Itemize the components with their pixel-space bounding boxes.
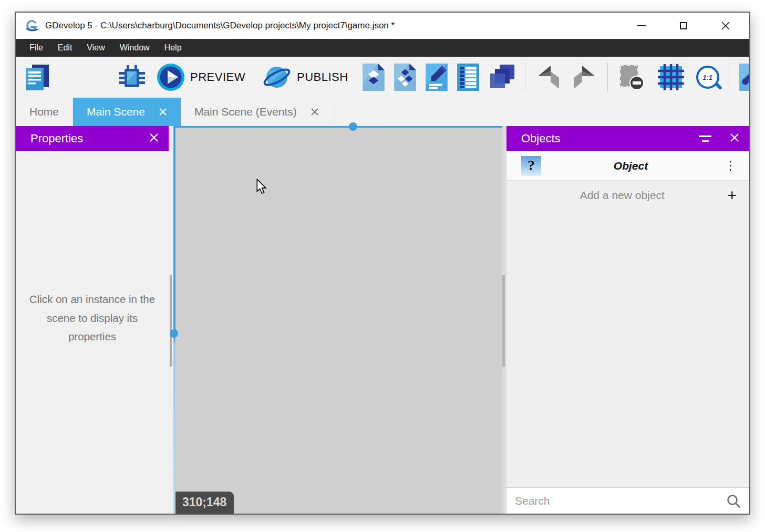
close-icon [159, 108, 167, 116]
menu-help[interactable]: Help [157, 39, 189, 57]
search-icon[interactable] [726, 494, 741, 508]
minimize-icon [637, 25, 646, 26]
toolbar-separator [607, 62, 608, 92]
properties-panel-body: Click on an instance in the scene to dis… [16, 151, 169, 514]
tab-label: Main Scene (Events) [194, 106, 297, 118]
maximize-button[interactable] [670, 15, 697, 36]
setup-wrench-icon [739, 64, 749, 91]
objects-search-bar [506, 487, 749, 514]
toggle-grid-button[interactable] [657, 64, 685, 91]
debugger-bug-icon [119, 64, 145, 90]
title-bar: GDevelop 5 - C:\Users\charburg\Documents… [16, 13, 749, 39]
open-events-button[interactable] [457, 64, 480, 91]
grid-icon [657, 64, 685, 91]
scrollbar-thumb[interactable] [502, 275, 505, 366]
maximize-icon [680, 22, 687, 29]
project-manager-icon [23, 63, 51, 91]
edit-scene-document-icon [425, 64, 448, 91]
toolbar-separator [729, 62, 729, 92]
editor-content: Properties Click on an instance in the s… [16, 126, 749, 514]
layers-stack-icon [488, 64, 515, 91]
objects-document-icon [394, 64, 417, 91]
layers-button[interactable] [488, 64, 515, 91]
add-object-label: Add a new object [521, 189, 723, 202]
properties-panel: Properties Click on an instance in the s… [16, 126, 169, 514]
close-tab-button[interactable] [159, 108, 167, 116]
close-icon [729, 132, 740, 143]
tab-home[interactable]: Home [16, 98, 73, 126]
scene-canvas[interactable]: 310;148 [173, 126, 502, 514]
zoom-ratio-label: 1:1 [702, 74, 712, 81]
preview-button[interactable] [157, 63, 185, 91]
window-title: GDevelop 5 - C:\Users\charburg\Documents… [45, 20, 395, 31]
menu-edit[interactable]: Edit [50, 39, 80, 57]
close-icon [721, 21, 730, 30]
close-objects-button[interactable] [729, 132, 740, 145]
object-menu-button[interactable]: ⋮ [720, 159, 741, 173]
properties-scrollbar[interactable] [169, 126, 173, 514]
preview-label[interactable]: PREVIEW [190, 70, 245, 84]
tab-main-scene-events[interactable]: Main Scene (Events) [181, 98, 333, 126]
redo-button[interactable] [571, 64, 598, 91]
gdevelop-logo-icon [24, 19, 40, 33]
objects-panel: Objects ? Object ⋮ Add a new object + [506, 126, 749, 514]
resize-handle-top[interactable] [349, 122, 357, 131]
filter-icon[interactable] [699, 135, 711, 142]
zoom-reset-button[interactable]: 1:1 [696, 66, 719, 89]
menu-window[interactable]: Window [112, 39, 157, 57]
panel-resize-border[interactable] [173, 128, 175, 514]
search-input[interactable] [515, 495, 726, 507]
menu-file[interactable]: File [22, 39, 50, 57]
gdevelop-window: GDevelop 5 - C:\Users\charburg\Documents… [15, 12, 750, 515]
project-manager-button[interactable] [23, 63, 51, 91]
objects-empty-area [506, 210, 749, 487]
menu-view[interactable]: View [79, 39, 112, 57]
tab-bar: Home Main Scene Main Scene (Events) [16, 98, 749, 126]
events-document-icon [457, 64, 480, 91]
tab-label: Main Scene [87, 106, 145, 118]
preview-play-icon [157, 63, 185, 91]
edit-scene-button[interactable] [362, 64, 385, 91]
add-object-plus-icon[interactable]: + [723, 187, 741, 203]
mask-instances-icon [617, 63, 646, 91]
redo-arrow-icon [571, 64, 598, 91]
cursor-coordinates-badge: 310;148 [175, 492, 234, 514]
menu-bar: File Edit View Window Help [16, 39, 749, 57]
zoom-one-to-one-icon: 1:1 [696, 66, 719, 89]
tab-label: Home [29, 106, 59, 118]
objects-panel-header: Objects [506, 126, 749, 151]
add-object-row[interactable]: Add a new object + [506, 181, 749, 210]
edit-objects-button[interactable] [394, 64, 417, 91]
resize-handle-left[interactable] [170, 329, 178, 338]
scene-settings-button[interactable] [739, 64, 749, 91]
close-window-button[interactable] [712, 15, 739, 36]
publish-button[interactable] [262, 63, 292, 91]
properties-panel-title: Properties [30, 132, 149, 145]
publish-globe-icon [262, 63, 292, 91]
close-icon [311, 108, 319, 116]
close-tab-button[interactable] [311, 108, 319, 116]
object-question-mark-icon: ? [521, 156, 541, 176]
object-name: Object [541, 160, 720, 172]
canvas-scrollbar[interactable] [502, 126, 506, 514]
mouse-cursor-icon [255, 179, 268, 194]
toggle-mask-button[interactable] [617, 63, 646, 91]
undo-button[interactable] [535, 64, 562, 91]
undo-arrow-icon [535, 64, 562, 91]
close-properties-button[interactable] [149, 132, 159, 145]
minimize-button[interactable] [628, 15, 655, 36]
object-list-item[interactable]: ? Object ⋮ [506, 151, 749, 181]
publish-label[interactable]: PUBLISH [297, 70, 348, 84]
scene-document-icon [362, 64, 385, 91]
properties-empty-message: Click on an instance in the scene to dis… [25, 290, 160, 346]
toolbar: PREVIEW PUBLISH [16, 57, 749, 98]
objects-panel-title: Objects [521, 132, 699, 145]
edit-scene-properties-button[interactable] [425, 64, 448, 91]
scrollbar-thumb[interactable] [170, 275, 172, 366]
close-icon [149, 132, 159, 143]
debugger-button[interactable] [119, 64, 145, 90]
toolbar-separator [525, 62, 525, 92]
properties-panel-header: Properties [16, 126, 169, 151]
tab-main-scene[interactable]: Main Scene [73, 98, 181, 126]
